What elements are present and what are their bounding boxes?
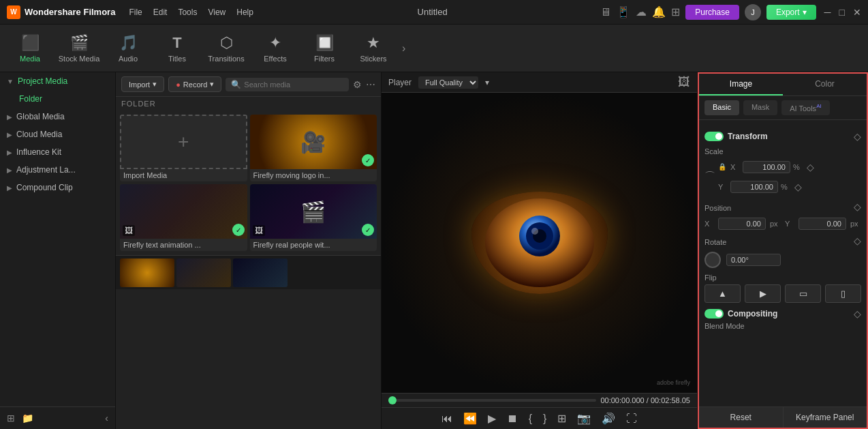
stab-ai-tools[interactable]: AI ToolsAI [781, 100, 830, 115]
minimize-button[interactable]: ─ [824, 7, 831, 18]
ai-badge: AI [816, 103, 822, 109]
app-logo: W Wondershare Filmora [7, 5, 115, 19]
stop-button[interactable]: ⏹ [504, 411, 521, 426]
play-button[interactable]: ▶ [485, 411, 499, 426]
sidebar-item-global-media[interactable]: ▶ Global Media [0, 108, 115, 125]
firefly-real-item[interactable]: 🎬 🖼 ✓ Firefly real people wit... [250, 184, 377, 251]
tool-stock-media[interactable]: 🎬 Stock Media [55, 27, 104, 70]
firefly-logo-item[interactable]: 🎥 ✓ Firefly moving logo in... [250, 115, 377, 181]
menu-view[interactable]: View [208, 8, 226, 17]
scale-label: Scale [704, 147, 861, 156]
pos-x-input[interactable] [718, 218, 766, 230]
blend-mode-label: Blend Mode [704, 322, 861, 330]
quality-select[interactable]: Full Quality [418, 76, 478, 89]
tool-titles[interactable]: T Titles [153, 27, 202, 70]
compositing-keyframe-icon[interactable]: ◇ [854, 308, 861, 319]
expand-arrow-adjustment-icon: ▶ [7, 166, 12, 174]
tool-transitions[interactable]: ⬡ Transitions [202, 27, 251, 70]
transform-keyframe-icon[interactable]: ◇ [854, 131, 861, 142]
sidebar-item-adjustment-la[interactable]: ▶ Adjustment La... [0, 161, 115, 179]
more-icon[interactable]: ⋯ [366, 79, 375, 90]
flip-vertical-button[interactable]: ▶ [745, 284, 781, 303]
record-label: Record [183, 80, 207, 89]
sidebar-item-compound-clip[interactable]: ▶ Compound Clip [0, 179, 115, 196]
mark-in-button[interactable]: { [526, 411, 535, 426]
add-track-icon[interactable]: ⊞ [7, 413, 15, 424]
import-media-item[interactable]: + Import Media [120, 115, 247, 181]
pos-y-unit: px [850, 220, 861, 228]
preview-settings-button[interactable]: 🖼 [678, 75, 690, 89]
sidebar-item-cloud-media[interactable]: ▶ Cloud Media [0, 125, 115, 143]
filter-icon[interactable]: ⚙ [353, 79, 362, 90]
tool-media[interactable]: ⬛ Media [5, 27, 55, 70]
tool-stickers[interactable]: ★ Stickers [349, 27, 398, 70]
menu-edit[interactable]: Edit [153, 8, 168, 17]
preview-timeline-thumb [388, 396, 397, 404]
sidebar-item-influence-kit[interactable]: ▶ Influence Kit [0, 143, 115, 161]
fullscreen-button[interactable]: ⛶ [623, 411, 640, 426]
rotate-input[interactable] [726, 254, 781, 266]
app-name: Wondershare Filmora [25, 7, 115, 17]
folder-icon[interactable]: 📁 [22, 413, 33, 424]
flip-horizontal-button[interactable]: ▲ [704, 284, 741, 303]
position-inputs-row: X px Y px [704, 218, 861, 230]
filters-icon: 🔲 [315, 34, 334, 52]
scale-y-input[interactable] [730, 181, 778, 193]
maximize-button[interactable]: □ [839, 7, 845, 18]
transform-toggle-switch[interactable] [704, 132, 724, 141]
media-grid: + Import Media 🎥 ✓ Firefly moving logo i… [116, 110, 381, 255]
collapse-icon[interactable]: ‹ [105, 413, 108, 424]
snapshot-button[interactable]: 📷 [574, 411, 593, 426]
preview-timeline-bar[interactable] [388, 399, 596, 402]
export-button[interactable]: Export ▾ [766, 5, 816, 20]
purchase-button[interactable]: Purchase [685, 5, 739, 20]
step-back-button[interactable]: ⏪ [461, 411, 480, 426]
stab-mask[interactable]: Mask [743, 100, 777, 115]
time-total: 00:02:58.05 [651, 396, 690, 404]
rotate-keyframe-icon[interactable]: ◇ [854, 235, 861, 246]
search-input[interactable] [244, 80, 343, 89]
scale-x-keyframe-icon[interactable]: ◇ [807, 162, 814, 173]
mark-out-button[interactable]: } [540, 411, 549, 426]
scale-x-input[interactable] [743, 161, 790, 173]
sidebar-influence-kit-label: Influence Kit [16, 147, 61, 157]
compositing-toggle-switch[interactable] [704, 309, 724, 319]
tool-effects[interactable]: ✦ Effects [251, 27, 300, 70]
tool-filters[interactable]: 🔲 Filters [300, 27, 349, 70]
toolbar-expand-icon[interactable]: › [398, 42, 409, 55]
add-to-timeline-button[interactable]: ⊞ [555, 411, 569, 426]
tool-audio[interactable]: 🎵 Audio [104, 27, 153, 70]
close-button[interactable]: ✕ [853, 7, 861, 18]
tab-image[interactable]: Image [699, 74, 783, 95]
pos-y-input[interactable] [799, 218, 846, 230]
volume-button[interactable]: 🔊 [599, 411, 618, 426]
sidebar-project-media-label: Project Media [18, 76, 67, 86]
record-button[interactable]: ● Record ▾ [168, 76, 221, 92]
rotate-dial[interactable] [704, 252, 721, 268]
skip-back-button[interactable]: ⏮ [439, 411, 455, 426]
menu-tools[interactable]: Tools [178, 8, 197, 17]
flip-v-rect-button[interactable]: ▯ [825, 284, 861, 303]
tool-titles-label: Titles [168, 55, 186, 63]
import-button[interactable]: Import ▾ [121, 76, 164, 92]
firefly-text-anim-item[interactable]: 🖼 ✓ Firefly text animation ... [120, 184, 247, 251]
sidebar-item-folder[interactable]: Folder [0, 90, 115, 108]
sidebar-compound-clip-label: Compound Clip [16, 183, 73, 192]
sidebar-item-project-media[interactable]: ▼ Project Media [0, 72, 115, 90]
search-box[interactable]: 🔍 [226, 78, 349, 91]
scale-y-keyframe-icon[interactable]: ◇ [794, 181, 802, 192]
user-avatar[interactable]: J [745, 4, 761, 20]
menu-help[interactable]: Help [236, 8, 253, 17]
expand-arrow-cloud-icon: ▶ [7, 131, 12, 138]
flip-h-rect-button[interactable]: ▭ [785, 284, 821, 303]
right-panel: Image Color Basic Mask AI ToolsAI Transf… [698, 72, 868, 429]
menu-file[interactable]: File [129, 8, 142, 17]
tab-color[interactable]: Color [783, 74, 867, 95]
audio-icon: 🎵 [119, 34, 138, 52]
reset-button[interactable]: Reset [699, 407, 784, 428]
media-filmstrip [116, 255, 381, 289]
stab-basic[interactable]: Basic [704, 100, 739, 115]
lock-icon: 🔒 [718, 163, 726, 171]
keyframe-panel-button[interactable]: Keyframe Panel [784, 407, 867, 428]
position-keyframe-icon[interactable]: ◇ [854, 201, 861, 212]
